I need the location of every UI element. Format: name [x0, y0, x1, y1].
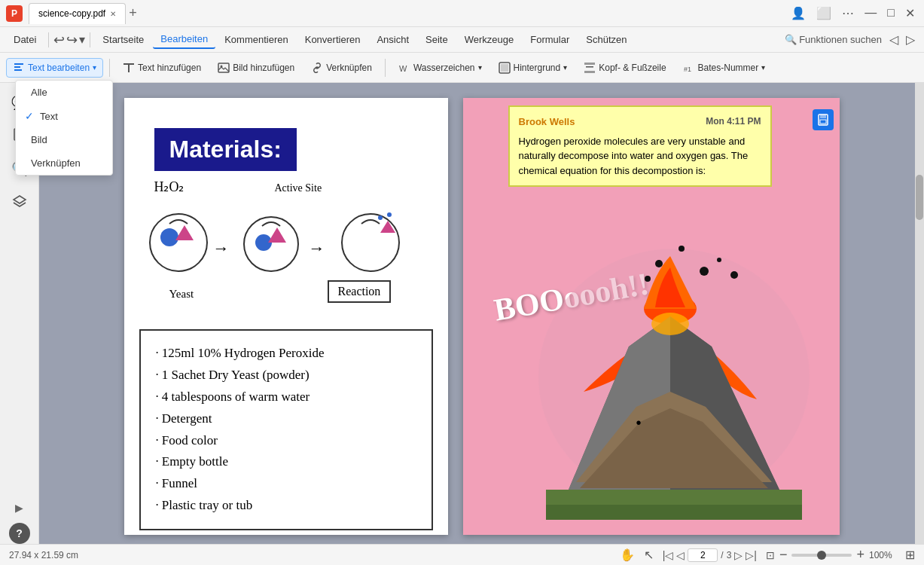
menu-bearbeiten[interactable]: Bearbeiten	[153, 30, 215, 49]
user-icon[interactable]: 👤	[788, 6, 809, 20]
svg-point-19	[160, 228, 178, 246]
annotation-save-icon[interactable]	[813, 109, 834, 130]
app-logo: P	[6, 5, 23, 22]
minimize-button[interactable]: —	[861, 6, 880, 20]
fullscreen-button[interactable]: ⊞	[905, 548, 915, 562]
watermark-button[interactable]: W Wasserzeichen ▾	[392, 58, 489, 78]
menu-konvertieren[interactable]: Konvertieren	[297, 31, 368, 48]
watermark-icon: W	[398, 62, 410, 74]
menu-formular[interactable]: Formular	[523, 31, 577, 48]
add-image-label: Bild hinzufügen	[233, 63, 294, 73]
menubar: Datei ↩ ↪ ▾ Startseite Bearbeiten Kommen…	[0, 27, 924, 53]
zoom-slider[interactable]	[791, 554, 852, 557]
dropdown-verknuepfen-label: Verknüpfen	[31, 157, 81, 169]
list-item-7: · Funnel	[156, 473, 416, 495]
sidebar-layers-icon[interactable]	[6, 188, 33, 215]
add-image-button[interactable]: Bild hinzufügen	[211, 58, 301, 78]
undo-icon[interactable]: ↩	[53, 32, 65, 48]
link-icon	[311, 62, 323, 74]
materials-list: · 125ml 10% Hydrogen Peroxide · 1 Sachet…	[139, 329, 433, 530]
bates-button[interactable]: #1 Bates-Nummer ▾	[676, 58, 773, 78]
menu-kommentieren[interactable]: Kommentieren	[217, 31, 296, 48]
pdf-viewer[interactable]: Materials: H₂O₂ Active Site	[39, 83, 924, 544]
nav-forward-icon[interactable]: ▷	[903, 29, 918, 50]
svg-rect-9	[501, 64, 508, 72]
header-footer-label: Kopf- & Fußzeile	[599, 63, 666, 73]
add-image-icon	[218, 62, 230, 74]
yeast-circle-1	[147, 209, 211, 279]
text-edit-icon	[13, 62, 25, 74]
header-footer-button[interactable]: Kopf- & Fußzeile	[577, 58, 672, 78]
menu-datei[interactable]: Datei	[6, 31, 44, 48]
active-tab[interactable]: science-copy.pdf ✕	[29, 3, 126, 24]
dropdown-bild[interactable]: Bild	[16, 128, 112, 151]
toolbar-sep-2	[385, 59, 386, 77]
last-page-button[interactable]: ▷|	[746, 549, 757, 561]
prev-page-button[interactable]: ◁	[676, 549, 685, 561]
menu-werkzeuge[interactable]: Werkzeuge	[457, 31, 522, 48]
add-text-button[interactable]: Text hinzufügen	[116, 58, 208, 78]
yeast-svg-3	[339, 209, 403, 276]
page-nav: |◁ ◁ / 3 ▷ ▷|	[663, 548, 757, 562]
menu-schuetzen[interactable]: Schützen	[578, 31, 634, 48]
dropdown-arrow[interactable]: ▾	[79, 32, 85, 47]
dropdown-alle-label: Alle	[31, 87, 47, 98]
svg-rect-4	[128, 65, 130, 72]
help-button[interactable]: ?	[9, 523, 30, 544]
hand-tool-icon[interactable]: ✋	[620, 548, 635, 562]
maximize-button[interactable]: □	[884, 6, 898, 20]
svg-rect-1	[14, 66, 20, 68]
scrollbar-thumb[interactable]	[916, 175, 923, 220]
redo-icon[interactable]: ↪	[66, 32, 78, 48]
list-item-1: · 125ml 10% Hydrogen Peroxide	[156, 343, 416, 365]
new-tab-button[interactable]: +	[129, 5, 137, 21]
toolbar-sep-1	[109, 59, 110, 77]
text-edit-dropdown-arrow[interactable]: ▾	[93, 63, 96, 72]
close-button[interactable]: ✕	[902, 6, 918, 20]
bates-arrow[interactable]: ▾	[761, 63, 765, 72]
nav-back-icon[interactable]: ◁	[886, 29, 901, 50]
dropdown-text-label: Text	[40, 111, 58, 122]
menu-ansicht[interactable]: Ansicht	[369, 31, 416, 48]
food-color-text: Food color	[162, 430, 218, 452]
dropdown-alle[interactable]: Alle	[16, 81, 112, 104]
text-edit-button[interactable]: Text bearbeiten ▾	[6, 58, 103, 78]
menu-seite[interactable]: Seite	[418, 31, 456, 48]
menu-startseite[interactable]: Startseite	[95, 31, 151, 48]
dropdown-bild-label: Bild	[31, 134, 47, 145]
svg-rect-40	[546, 505, 802, 520]
menu-icon[interactable]: ⋯	[839, 6, 857, 20]
background-button[interactable]: Hintergrund ▾	[492, 58, 575, 78]
zoom-bar: ⊡ − + 100%	[766, 547, 896, 563]
zoom-out-button[interactable]: +	[856, 547, 865, 563]
volcano-illustration	[508, 226, 840, 527]
scrollbar[interactable]	[915, 83, 924, 544]
link-button[interactable]: Verknüpfen	[304, 58, 379, 78]
tab-close-button[interactable]: ✕	[110, 10, 116, 18]
dropdown-text[interactable]: ✓ Text	[16, 104, 112, 128]
svg-rect-11	[584, 71, 595, 73]
annotation-header: Brook Wells Mon 4:11 PM	[519, 115, 761, 130]
first-page-button[interactable]: |◁	[663, 549, 674, 561]
background-arrow[interactable]: ▾	[563, 63, 567, 72]
main-area: 💬 🔍 ▶ ? Materials: H₂O₂ Active Site	[0, 83, 924, 544]
pdf-pages: Materials: H₂O₂ Active Site	[109, 83, 855, 544]
fit-page-icon[interactable]: ⊡	[766, 549, 775, 561]
arrow-2: →	[309, 239, 325, 258]
materials-heading: Materials:	[154, 128, 297, 171]
yeast-circle-2	[241, 212, 301, 279]
dropdown-verknuepfen[interactable]: Verknüpfen	[16, 151, 112, 175]
list-item-6: · Empty bottle	[156, 451, 416, 473]
svg-point-32	[655, 260, 663, 267]
view-toggle-icon[interactable]: ⬜	[813, 6, 834, 20]
menu-funktionen[interactable]: 🔍 Funktionen suchen	[785, 34, 882, 45]
next-page-button[interactable]: ▷	[734, 549, 743, 561]
sidebar-expand-btn[interactable]: ▶	[15, 502, 23, 517]
window-controls: 👤 ⬜ ⋯ — □ ✕	[788, 6, 918, 20]
watermark-arrow[interactable]: ▾	[478, 63, 482, 72]
svg-point-41	[651, 313, 689, 335]
background-label: Hintergrund	[514, 63, 561, 73]
zoom-in-button[interactable]: −	[779, 547, 788, 563]
select-tool-icon[interactable]: ↖	[644, 548, 654, 562]
page-input[interactable]	[688, 548, 718, 562]
